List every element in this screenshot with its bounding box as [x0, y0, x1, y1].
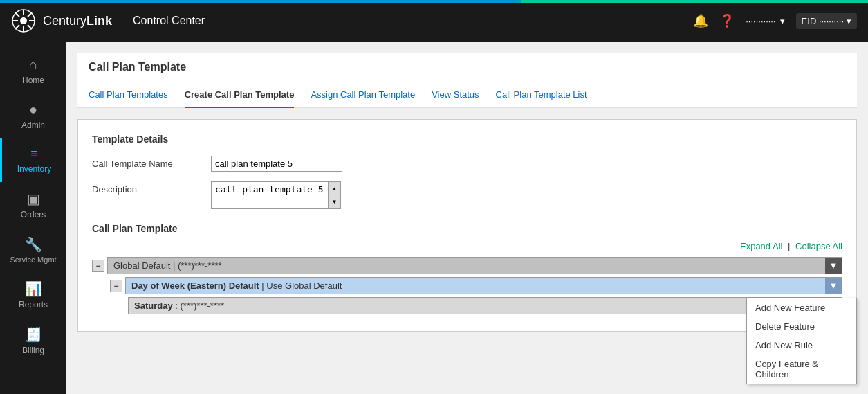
user-menu[interactable]: ············ ▾ [746, 16, 784, 26]
eid-label: EID ·········· [802, 16, 844, 26]
brand-logo: CenturyLink [11, 8, 112, 33]
sidebar-item-label-service-mgmt: Service Mgmt [10, 256, 56, 264]
global-default-dropdown-arrow[interactable]: ▼ [825, 258, 842, 274]
context-menu-copy-feature-children[interactable]: Copy Feature & Children [747, 355, 856, 384]
tabs-bar: Call Plan Templates Create Call Plan Tem… [77, 82, 857, 108]
home-icon: ⌂ [29, 57, 37, 73]
context-menu-add-new-feature[interactable]: Add New Feature [747, 298, 856, 317]
template-details-title: Template Details [92, 134, 842, 145]
scroll-up-button[interactable]: ▲ [329, 182, 340, 195]
context-menu-add-new-rule[interactable]: Add New Rule [747, 336, 856, 355]
sidebar-item-service-mgmt[interactable]: 🔧 Service Mgmt [0, 228, 66, 272]
global-default-toggle[interactable]: − [92, 260, 104, 272]
global-default-row: − Global Default | (***)***-**** ▼ [92, 257, 842, 274]
day-of-week-bar: Day of Week (Eastern) Default | Use Glob… [125, 277, 842, 294]
help-button[interactable]: ❓ [719, 13, 735, 28]
sidebar-item-billing[interactable]: 🧾 Billing [0, 318, 66, 364]
svg-line-7 [28, 12, 32, 17]
description-row: Description call plan template 5 ▲ ▼ [92, 181, 842, 209]
svg-point-9 [20, 17, 27, 24]
day-of-week-section: − Day of Week (Eastern) Default | Use Gl… [110, 277, 842, 314]
collapse-all-link[interactable]: Collapse All [795, 241, 842, 251]
navbar: CenturyLink Control Center 🔔 ❓ ·········… [0, 0, 868, 42]
tab-assign-call-plan-template[interactable]: Assign Call Plan Template [311, 82, 415, 108]
sidebar-item-label-admin: Admin [21, 120, 45, 130]
tab-create-call-plan-template[interactable]: Create Call Plan Template [185, 82, 295, 108]
centurylink-logo-icon [11, 8, 36, 33]
tab-view-status[interactable]: View Status [432, 82, 479, 108]
sidebar-item-label-billing: Billing [22, 346, 44, 355]
reports-icon: 📊 [25, 280, 42, 297]
saturday-row: Saturday : (***)***-**** [128, 297, 842, 314]
sidebar-item-label-home: Home [22, 75, 44, 85]
svg-line-8 [15, 25, 19, 29]
saturday-bar: Saturday : (***)***-**** [128, 297, 842, 314]
saturday-label: Saturday [134, 301, 173, 311]
navbar-title: Control Center [133, 15, 205, 27]
call-template-name-row: Call Template Name [92, 156, 842, 172]
call-plan-template-section: Call Plan Template Expand All | Collapse… [92, 223, 842, 314]
form-container: Template Details Call Template Name Desc… [77, 119, 857, 332]
svg-line-5 [15, 12, 19, 17]
saturday-suffix: : (***)***-**** [175, 301, 224, 311]
main-content: Call Plan Template Call Plan Templates C… [66, 42, 868, 394]
sidebar-item-reports[interactable]: 📊 Reports [0, 272, 66, 318]
eid-menu[interactable]: EID ·········· ▾ [796, 13, 857, 29]
call-plan-template-section-title: Call Plan Template [92, 223, 842, 234]
orders-icon: ▣ [27, 190, 40, 207]
day-of-week-dropdown-arrow[interactable]: ▼ [825, 278, 842, 294]
context-menu-delete-feature[interactable]: Delete Feature [747, 317, 856, 336]
description-input[interactable]: call plan template 5 [211, 181, 329, 209]
tab-call-plan-template-list[interactable]: Call Plan Template List [496, 82, 587, 108]
call-template-name-label: Call Template Name [92, 156, 203, 169]
expand-collapse-bar: Expand All | Collapse All [92, 241, 842, 251]
sidebar-item-home[interactable]: ⌂ Home [0, 48, 66, 93]
sidebar: ⌂ Home ● Admin ≡ Inventory ▣ Orders 🔧 Se… [0, 42, 66, 394]
inventory-icon: ≡ [30, 147, 38, 161]
eid-dropdown-icon[interactable]: ▾ [847, 16, 851, 26]
notifications-button[interactable]: 🔔 [693, 13, 708, 28]
call-template-name-input[interactable] [211, 156, 342, 172]
description-label: Description [92, 181, 203, 195]
progress-bar [0, 0, 868, 3]
day-of-week-label: Day of Week (Eastern) Default | Use Glob… [131, 280, 342, 291]
billing-icon: 🧾 [25, 326, 42, 343]
expand-all-link[interactable]: Expand All [740, 241, 782, 251]
navbar-right: 🔔 ❓ ············ ▾ EID ·········· ▾ [693, 13, 857, 29]
textarea-scrollbar: ▲ ▼ [329, 181, 341, 209]
user-label: ············ [746, 16, 775, 26]
description-textarea-wrapper: call plan template 5 ▲ ▼ [211, 181, 341, 209]
sidebar-item-label-reports: Reports [19, 300, 48, 310]
global-default-label: Global Default | (***)***-**** [113, 260, 222, 271]
sidebar-item-label-inventory: Inventory [17, 164, 51, 174]
saturday-section: Saturday : (***)***-**** [128, 297, 842, 314]
expand-collapse-separator: | [788, 241, 790, 251]
sidebar-item-admin[interactable]: ● Admin [0, 93, 66, 138]
page-title: Call Plan Template [89, 61, 186, 73]
day-of-week-toggle[interactable]: − [110, 280, 122, 292]
service-mgmt-icon: 🔧 [25, 236, 42, 253]
tab-call-plan-templates[interactable]: Call Plan Templates [89, 82, 168, 108]
user-dropdown-icon[interactable]: ▾ [780, 16, 785, 26]
sidebar-item-orders[interactable]: ▣ Orders [0, 182, 66, 228]
sidebar-item-label-orders: Orders [21, 210, 46, 220]
global-default-bar: Global Default | (***)***-**** ▼ [107, 257, 842, 274]
page-header: Call Plan Template [77, 53, 857, 82]
admin-icon: ● [29, 102, 37, 118]
svg-line-6 [28, 25, 32, 29]
context-menu: Add New Feature Delete Feature Add New R… [746, 298, 857, 384]
brand-name: CenturyLink [43, 14, 112, 28]
sidebar-item-inventory[interactable]: ≡ Inventory [0, 138, 66, 182]
scroll-down-button[interactable]: ▼ [329, 195, 340, 208]
day-of-week-row: − Day of Week (Eastern) Default | Use Gl… [110, 277, 842, 294]
